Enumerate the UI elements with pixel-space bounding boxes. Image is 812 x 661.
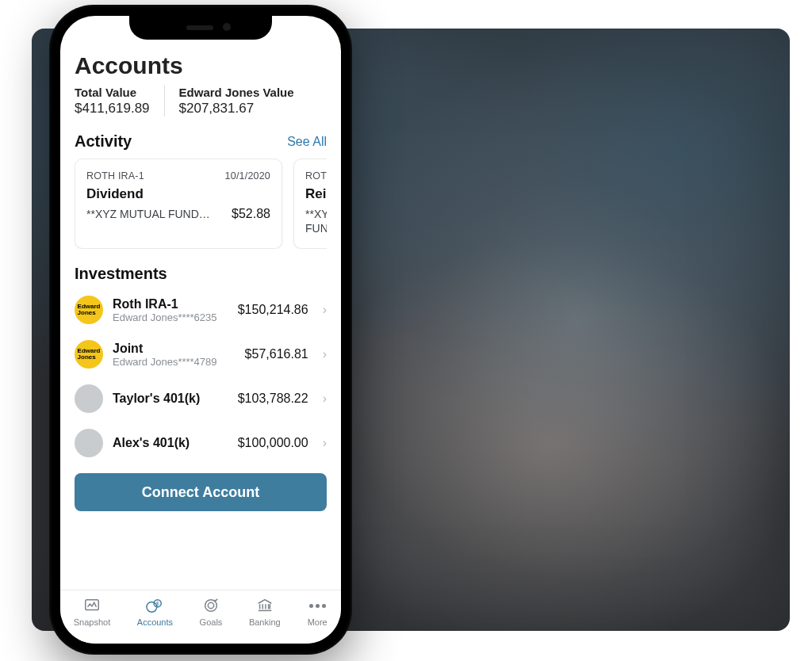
investment-name: Joint — [113, 342, 236, 356]
page-title: Accounts — [75, 52, 327, 79]
activity-amount: $52.88 — [232, 207, 270, 221]
phone-frame: Accounts Total Value $411,619.89 Edward … — [49, 5, 352, 655]
tab-label: Accounts — [137, 617, 173, 627]
svg-point-1 — [147, 602, 157, 612]
svg-rect-0 — [86, 600, 99, 610]
total-value-label: Total Value — [75, 86, 150, 99]
tab-label: Banking — [249, 617, 281, 627]
chevron-right-icon: › — [323, 392, 327, 406]
investments-list: Edward Jones Roth IRA-1 Edward Jones****… — [75, 291, 327, 462]
svg-text:$: $ — [156, 601, 159, 606]
investment-row[interactable]: Alex's 401(k) $100,000.00 › — [75, 424, 327, 462]
phone-screen: Accounts Total Value $411,619.89 Edward … — [60, 16, 341, 644]
investment-name: Alex's 401(k) — [113, 436, 228, 450]
tab-label: More — [308, 617, 327, 627]
svg-point-5 — [208, 602, 213, 608]
total-value-amount: $411,619.89 — [75, 101, 150, 117]
tab-more[interactable]: More — [307, 597, 327, 627]
activity-heading: Activity — [75, 132, 132, 151]
tab-banking[interactable]: Banking — [249, 597, 281, 627]
chevron-right-icon: › — [323, 436, 327, 450]
ej-value-label: Edward Jones Value — [179, 86, 294, 99]
investment-name: Roth IRA-1 — [113, 297, 228, 311]
investment-sub: Edward Jones****6235 — [113, 311, 228, 323]
activity-card[interactable]: ROTH I Reinv **XYZ FUND — [293, 159, 327, 249]
account-icon — [75, 429, 103, 457]
totals-row: Total Value $411,619.89 Edward Jones Val… — [75, 86, 327, 117]
activity-account: ROTH IRA-1 — [86, 170, 144, 181]
investment-row[interactable]: Edward Jones Joint Edward Jones****4789 … — [75, 335, 327, 373]
phone-notch — [129, 16, 272, 40]
investment-amount: $150,214.86 — [238, 303, 308, 317]
activity-cards[interactable]: ROTH IRA-1 10/1/2020 Dividend **XYZ MUTU… — [75, 159, 327, 249]
investment-sub: Edward Jones****4789 — [113, 356, 236, 368]
tab-accounts[interactable]: $ Accounts — [137, 597, 173, 627]
edward-jones-icon: Edward Jones — [75, 296, 103, 324]
investment-row[interactable]: Edward Jones Roth IRA-1 Edward Jones****… — [75, 291, 327, 329]
connect-account-button[interactable]: Connect Account — [75, 473, 327, 511]
tab-bar: Snapshot $ Accounts Goals Banking — [60, 590, 341, 644]
investments-heading: Investments — [75, 265, 327, 283]
more-icon — [307, 597, 327, 614]
investment-amount: $103,788.22 — [238, 392, 308, 406]
tab-goals[interactable]: Goals — [200, 597, 223, 627]
activity-card[interactable]: ROTH IRA-1 10/1/2020 Dividend **XYZ MUTU… — [75, 159, 282, 249]
activity-title: Dividend — [86, 186, 270, 202]
activity-sub: **XYZ FUND — [305, 207, 327, 235]
accounts-icon: $ — [144, 597, 165, 614]
investment-name: Taylor's 401(k) — [113, 392, 228, 406]
banking-icon — [255, 597, 275, 614]
chevron-right-icon: › — [323, 303, 327, 317]
tab-label: Snapshot — [74, 617, 110, 627]
activity-date: 10/1/2020 — [225, 170, 270, 181]
activity-title: Reinv — [305, 186, 327, 202]
activity-sub: **XYZ MUTUAL FUND… — [86, 207, 210, 221]
tab-snapshot[interactable]: Snapshot — [74, 597, 110, 627]
totals-divider — [164, 86, 165, 117]
investment-row[interactable]: Taylor's 401(k) $103,788.22 › — [75, 380, 327, 418]
ej-value-amount: $207,831.67 — [179, 101, 294, 117]
activity-account: ROTH I — [305, 170, 327, 181]
see-all-link[interactable]: See All — [287, 135, 327, 149]
tab-label: Goals — [200, 617, 223, 627]
investment-amount: $57,616.81 — [245, 347, 308, 361]
goals-icon — [201, 597, 221, 614]
investment-amount: $100,000.00 — [238, 436, 308, 450]
account-icon — [75, 384, 103, 413]
chevron-right-icon: › — [323, 347, 327, 361]
snapshot-icon — [82, 597, 102, 614]
edward-jones-icon: Edward Jones — [75, 340, 103, 369]
